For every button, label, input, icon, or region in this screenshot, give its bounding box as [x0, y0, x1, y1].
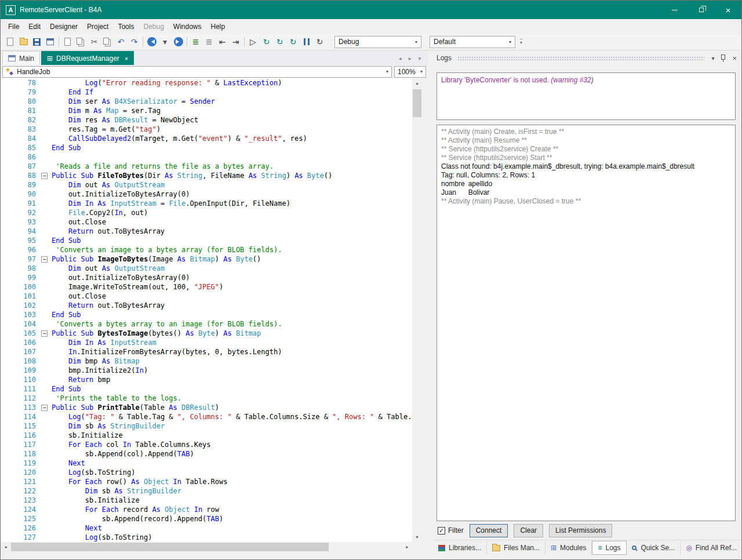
outdent-button[interactable]: ⇤	[216, 35, 229, 49]
menu-tools[interactable]: Tools	[113, 20, 139, 33]
indent-button[interactable]: ⇥	[229, 35, 242, 49]
bottom-tab-logs[interactable]: ≡Logs	[592, 541, 626, 555]
code-line[interactable]: 106 Dim In As InputStream	[1, 338, 412, 347]
redo-button[interactable]: ↷	[128, 35, 141, 49]
code-line[interactable]: 100 Image.WriteToStream(out, 100, "JPEG"…	[1, 282, 412, 292]
compile-button[interactable]: ↻	[260, 35, 273, 49]
bottom-tab-files-manager[interactable]: Files Man...	[487, 541, 545, 555]
editor-horizontal-scrollbar[interactable]: ◄ ►	[1, 542, 412, 552]
scroll-right-icon[interactable]: ►	[402, 542, 412, 552]
vertical-scroll-thumb[interactable]	[413, 89, 421, 117]
code-line[interactable]: 120 Log(sb.ToString)	[1, 468, 412, 477]
code-line[interactable]: 89 Dim out As OutputStream	[1, 180, 412, 190]
code-line[interactable]: 127 Log(sb.ToString)	[1, 533, 412, 542]
logs-panel-header[interactable]: Logs ▾ ×	[437, 52, 737, 64]
code-line[interactable]: 103End Sub	[1, 310, 412, 319]
undo-button[interactable]: ↶	[114, 35, 128, 49]
editor-vertical-scrollbar[interactable]: ▲ ▼	[412, 78, 422, 542]
save-all-button[interactable]	[43, 35, 57, 49]
code-line[interactable]: 85End Sub	[1, 143, 412, 152]
fold-collapse-icon[interactable]: −	[41, 330, 48, 337]
code-line[interactable]: 119 Next	[1, 459, 412, 468]
pin-icon[interactable]	[721, 54, 725, 60]
clear-button[interactable]: Clear	[514, 524, 543, 537]
filter-checkbox[interactable]: ✓ Filter	[438, 526, 464, 534]
code-line[interactable]: 121 For Each row() As Object In Table.Ro…	[1, 477, 412, 486]
save-button[interactable]	[30, 35, 43, 49]
navigate-back-caret-button[interactable]: ▾	[158, 35, 172, 49]
code-line[interactable]: 80 Dim ser As B4XSerializator = Sender	[1, 97, 412, 106]
add-module-button[interactable]	[61, 35, 74, 49]
code-line[interactable]: 118 sb.Append(col).Append(TAB)	[1, 449, 412, 459]
menu-help[interactable]: Help	[206, 20, 230, 33]
method-select[interactable]: HandleJob ▾	[2, 66, 392, 78]
fold-collapse-icon[interactable]: −	[41, 256, 48, 263]
code-line[interactable]: 90 out.InitializeToBytesArray(0)	[1, 190, 412, 199]
code-line[interactable]: 113−Public Sub PrintTable(Table As DBRes…	[1, 403, 412, 412]
build-configuration-select[interactable]: Default ▾	[430, 36, 515, 48]
connect-button[interactable]: Connect	[470, 524, 508, 537]
panel-grip[interactable]	[457, 56, 704, 61]
menu-edit[interactable]: Edit	[24, 20, 45, 33]
code-line[interactable]: 116 sb.Initialize	[1, 431, 412, 440]
scroll-left-icon[interactable]: ◄	[1, 542, 10, 552]
code-line[interactable]: 115 Dim sb As StringBuilder	[1, 421, 412, 431]
code-line[interactable]: 97−Public Sub ImageToBytes(Image As Bitm…	[1, 254, 412, 264]
code-line[interactable]: 108 Dim bmp As Bitmap	[1, 357, 412, 366]
scroll-up-icon[interactable]: ▲	[412, 78, 422, 88]
code-line[interactable]: 78 Log("Error reading response: " & Last…	[1, 78, 412, 88]
code-line[interactable]: 109 bmp.Initialize2(In)	[1, 366, 412, 375]
code-line[interactable]: 83 res.Tag = m.Get("tag")	[1, 125, 412, 134]
menu-file[interactable]: File	[3, 20, 24, 33]
bottom-tab-modules[interactable]: ⊞Modules	[545, 541, 592, 555]
code-line[interactable]: 94 Return out.ToBytesArray	[1, 227, 412, 236]
code-line[interactable]: 117 For Each col In Table.Columns.Keys	[1, 440, 412, 449]
code-line[interactable]: 84 CallSubDelayed2(mTarget, m.Get("event…	[1, 134, 412, 143]
tab-list-icon[interactable]: ▼	[417, 56, 422, 61]
code-line[interactable]: 96 'Converts an image to a bytes array (…	[1, 245, 412, 254]
fold-collapse-icon[interactable]: −	[41, 173, 48, 179]
code-line[interactable]: 124 For Each record As Object In row	[1, 505, 412, 514]
close-tab-icon[interactable]: ×	[125, 55, 128, 62]
comment-selection-button[interactable]: ≣	[189, 35, 202, 49]
warnings-box[interactable]: Library 'ByteConverter' is not used. (wa…	[437, 72, 736, 120]
list-permissions-button[interactable]: List Permissions	[549, 524, 612, 537]
bottom-tab-libraries[interactable]: Libraries...	[433, 541, 487, 555]
code-line[interactable]: 98 Dim out As OutputStream	[1, 264, 412, 273]
code-line[interactable]: 111End Sub	[1, 384, 412, 394]
menu-designer[interactable]: Designer	[45, 20, 82, 33]
code-line[interactable]: 99 out.InitializeToBytesArray(0)	[1, 273, 412, 282]
rebuild-button[interactable]: ↻	[286, 35, 300, 49]
copy-module-button[interactable]	[74, 35, 88, 49]
new-project-button[interactable]	[3, 35, 17, 49]
code-line[interactable]: 87 'Reads a file and returns the file as…	[1, 162, 412, 171]
code-line[interactable]: 123 sb.Initialize	[1, 496, 412, 505]
code-line[interactable]: 114 Log("Tag: " & Table.Tag & ", Columns…	[1, 412, 412, 421]
zoom-select[interactable]: 100% ▾	[394, 66, 426, 78]
doc-tab-dbrequestmanager[interactable]: ⊞DBRequestManager×	[41, 51, 134, 65]
compile-to-library-button[interactable]: ↻	[273, 35, 286, 49]
tab-scroll-right-icon[interactable]: ►	[408, 56, 412, 61]
menu-windows[interactable]: Windows	[169, 20, 206, 33]
code-line[interactable]: 101 out.Close	[1, 292, 412, 301]
fold-collapse-icon[interactable]: −	[41, 405, 48, 411]
code-line[interactable]: 92 File.Copy2(In, out)	[1, 208, 412, 217]
window-position-icon[interactable]: ▾	[711, 55, 714, 61]
navigate-back-button[interactable]	[145, 35, 158, 49]
code-line[interactable]: 105−Public Sub BytesToImage(bytes() As B…	[1, 329, 412, 338]
open-project-button[interactable]	[17, 35, 30, 49]
menu-debug[interactable]: Debug	[139, 20, 168, 33]
scroll-down-icon[interactable]: ▼	[412, 532, 422, 542]
code-line[interactable]: 86	[1, 152, 412, 162]
code-line[interactable]: 95End Sub	[1, 236, 412, 245]
run-button[interactable]: ▷	[246, 35, 260, 49]
code-line[interactable]: 110 Return bmp	[1, 375, 412, 384]
code-line[interactable]: 93 out.Close	[1, 217, 412, 227]
build-mode-select[interactable]: Debug ▾	[334, 36, 421, 48]
copy-button[interactable]	[101, 35, 114, 49]
restore-button[interactable]	[688, 1, 715, 19]
uncomment-selection-button[interactable]: ≣	[202, 35, 216, 49]
horizontal-scroll-thumb[interactable]	[11, 543, 329, 551]
code-line[interactable]: 104 'Converts a bytes array to an image …	[1, 319, 412, 329]
code-line[interactable]: 79 End If	[1, 88, 412, 97]
